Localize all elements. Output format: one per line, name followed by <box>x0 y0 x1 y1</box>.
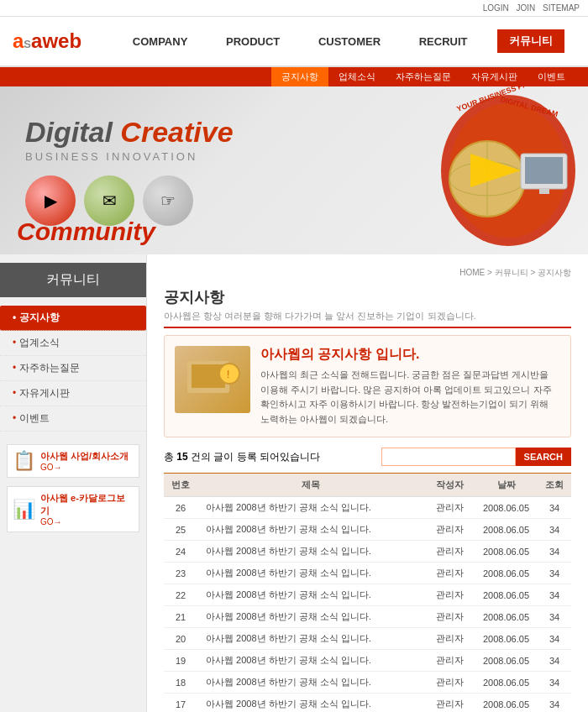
cell-views: 34 <box>538 563 571 584</box>
hero-banner: Digital Creative BUSINESS INNOVATION ▶ ✉… <box>0 86 588 254</box>
login-link[interactable]: LOGIN <box>483 3 509 13</box>
main-container: 커뮤니티 공지사항 업계소식 자주하는질문 자유게시판 이벤트 📋 아사웹 사업… <box>0 254 588 712</box>
catalogue-promo-link[interactable]: GO→ <box>40 517 134 526</box>
nav-company[interactable]: COMPANY <box>124 31 196 52</box>
table-body: 26 아사웹 2008년 하반기 공채 소식 입니다. 관리자 2008.06.… <box>164 497 571 712</box>
community-banner-text: Community <box>17 217 155 246</box>
sub-nav: 공지사항 업체소식 자주하는질문 자유게시판 이벤트 <box>0 67 588 86</box>
cell-no: 25 <box>164 519 197 541</box>
sidebar-menu: 공지사항 업계소식 자주하는질문 자유게시판 이벤트 <box>0 306 146 432</box>
sub-nav-faq[interactable]: 자주하는질문 <box>386 67 461 86</box>
cell-author: 관리자 <box>424 628 475 650</box>
cell-date: 2008.06.05 <box>475 694 538 712</box>
section-header: 공지사항 아사웹은 항상 여러분을 향해 다가가며 늘 앞서 진보하는 기업이 … <box>164 287 571 328</box>
cell-author: 관리자 <box>424 606 475 628</box>
cell-title[interactable]: 아사웹 2008년 하반기 공채 소식 입니다. <box>197 541 424 563</box>
hero-title: Digital Creative <box>25 115 328 149</box>
catalogue-promo-title: 아사웹 e-카달로그보기 <box>40 492 134 517</box>
cell-date: 2008.06.05 <box>475 628 538 650</box>
table-row[interactable]: 24 아사웹 2008년 하반기 공채 소식 입니다. 관리자 2008.06.… <box>164 541 571 563</box>
cell-no: 22 <box>164 584 197 606</box>
sidebar-promo-catalogue[interactable]: 📊 아사웹 e-카달로그보기 GO→ <box>7 486 139 532</box>
table-row[interactable]: 23 아사웹 2008년 하반기 공채 소식 입니다. 관리자 2008.06.… <box>164 563 571 584</box>
cell-title[interactable]: 아사웹 2008년 하반기 공채 소식 입니다. <box>197 628 424 650</box>
company-promo-link[interactable]: GO→ <box>40 463 129 472</box>
sub-nav-freeboard[interactable]: 자유게시판 <box>461 67 528 86</box>
announcement-title: 아사웹의 공지사항 입니다. <box>260 346 560 364</box>
cell-date: 2008.06.05 <box>475 650 538 672</box>
cell-title[interactable]: 아사웹 2008년 하반기 공채 소식 입니다. <box>197 519 424 541</box>
table-row[interactable]: 22 아사웹 2008년 하반기 공채 소식 입니다. 관리자 2008.06.… <box>164 584 571 606</box>
cell-date: 2008.06.05 <box>475 541 538 563</box>
catalogue-promo-icon: 📊 <box>13 499 35 521</box>
announcement-image: ! <box>175 346 250 413</box>
col-title: 제목 <box>197 474 424 497</box>
total-label: 총 <box>164 451 174 463</box>
join-link[interactable]: JOIN <box>517 3 536 13</box>
cell-no: 21 <box>164 606 197 628</box>
cell-views: 34 <box>538 584 571 606</box>
breadcrumb: HOME > 커뮤니티 > 공지사항 <box>164 267 571 279</box>
logo-text: aSaweb <box>13 29 81 53</box>
sitemap-link[interactable]: SITEMAP <box>543 3 580 13</box>
table-header-row: 번호 제목 작성자 날짜 조회 <box>164 474 571 497</box>
total-suffix: 건의 글이 등록 되어있습니다 <box>191 451 320 463</box>
nav-recruit[interactable]: RECRUIT <box>411 31 476 52</box>
sidebar-item-event[interactable]: 이벤트 <box>0 406 146 432</box>
board-table: 번호 제목 작성자 날짜 조회 26 아사웹 2008년 하반기 공채 소식 입… <box>164 473 571 712</box>
header: aSaweb COMPANY PRODUCT CUSTOMER RECRUIT … <box>0 17 588 67</box>
table-row[interactable]: 18 아사웹 2008년 하반기 공채 소식 입니다. 관리자 2008.06.… <box>164 672 571 694</box>
sub-nav-industry[interactable]: 업체소식 <box>328 67 386 86</box>
sidebar-item-industry[interactable]: 업계소식 <box>0 331 146 356</box>
cell-date: 2008.06.05 <box>475 497 538 519</box>
nav-community[interactable]: 커뮤니티 <box>497 29 564 53</box>
cell-date: 2008.06.05 <box>475 606 538 628</box>
logo: aSaweb <box>13 29 113 53</box>
sidebar-item-freeboard[interactable]: 자유게시판 <box>0 381 146 406</box>
cell-author: 관리자 <box>424 672 475 694</box>
cell-author: 관리자 <box>424 650 475 672</box>
table-row[interactable]: 19 아사웹 2008년 하반기 공채 소식 입니다. 관리자 2008.06.… <box>164 650 571 672</box>
cell-date: 2008.06.05 <box>475 672 538 694</box>
sidebar-item-notice[interactable]: 공지사항 <box>0 306 146 331</box>
col-no: 번호 <box>164 474 197 497</box>
cell-author: 관리자 <box>424 519 475 541</box>
table-row[interactable]: 25 아사웹 2008년 하반기 공채 소식 입니다. 관리자 2008.06.… <box>164 519 571 541</box>
col-views: 조회 <box>538 474 571 497</box>
table-row[interactable]: 21 아사웹 2008년 하반기 공채 소식 입니다. 관리자 2008.06.… <box>164 606 571 628</box>
total-count: 총 15 건의 글이 등록 되어있습니다 <box>164 450 320 464</box>
sidebar: 커뮤니티 공지사항 업계소식 자주하는질문 자유게시판 이벤트 📋 아사웹 사업… <box>0 254 147 712</box>
cell-title[interactable]: 아사웹 2008년 하반기 공채 소식 입니다. <box>197 563 424 584</box>
cell-views: 34 <box>538 541 571 563</box>
cell-date: 2008.06.05 <box>475 519 538 541</box>
announcement-body: 아사웹의 최근 소식을 전해드립니다. 궁금한 점은 질문과답변 게시반을 이용… <box>260 368 560 427</box>
cell-title[interactable]: 아사웹 2008년 하반기 공채 소식 입니다. <box>197 672 424 694</box>
cell-title[interactable]: 아사웹 2008년 하반기 공채 소식 입니다. <box>197 694 424 712</box>
nav-customer[interactable]: CUSTOMER <box>310 31 389 52</box>
table-row[interactable]: 20 아사웹 2008년 하반기 공채 소식 입니다. 관리자 2008.06.… <box>164 628 571 650</box>
svg-rect-8 <box>539 189 549 194</box>
nav-product[interactable]: PRODUCT <box>218 31 288 52</box>
cell-no: 20 <box>164 628 197 650</box>
sidebar-item-faq[interactable]: 자주하는질문 <box>0 356 146 381</box>
sub-nav-event[interactable]: 이벤트 <box>528 67 575 86</box>
cell-title[interactable]: 아사웹 2008년 하반기 공채 소식 입니다. <box>197 497 424 519</box>
search-input[interactable] <box>381 448 516 466</box>
cell-title[interactable]: 아사웹 2008년 하반기 공채 소식 입니다. <box>197 584 424 606</box>
cell-views: 34 <box>538 672 571 694</box>
cell-author: 관리자 <box>424 541 475 563</box>
cell-date: 2008.06.05 <box>475 584 538 606</box>
cell-no: 24 <box>164 541 197 563</box>
hero-left: Digital Creative BUSINESS INNOVATION ▶ ✉… <box>0 98 353 243</box>
search-bar: 총 15 건의 글이 등록 되어있습니다 SEARCH <box>164 448 571 466</box>
table-row[interactable]: 26 아사웹 2008년 하반기 공채 소식 입니다. 관리자 2008.06.… <box>164 497 571 519</box>
cell-title[interactable]: 아사웹 2008년 하반기 공채 소식 입니다. <box>197 650 424 672</box>
cell-no: 23 <box>164 563 197 584</box>
sidebar-promo-company[interactable]: 📋 아사웹 사업/회사소개 GO→ <box>7 444 139 478</box>
col-author: 작성자 <box>424 474 475 497</box>
sub-nav-notice[interactable]: 공지사항 <box>271 67 328 86</box>
table-row[interactable]: 17 아사웹 2008년 하반기 공채 소식 입니다. 관리자 2008.06.… <box>164 694 571 712</box>
search-button[interactable]: SEARCH <box>516 448 571 466</box>
announcement-text: 아사웹의 공지사항 입니다. 아사웹의 최근 소식을 전해드립니다. 궁금한 점… <box>260 346 560 427</box>
cell-title[interactable]: 아사웹 2008년 하반기 공채 소식 입니다. <box>197 606 424 628</box>
